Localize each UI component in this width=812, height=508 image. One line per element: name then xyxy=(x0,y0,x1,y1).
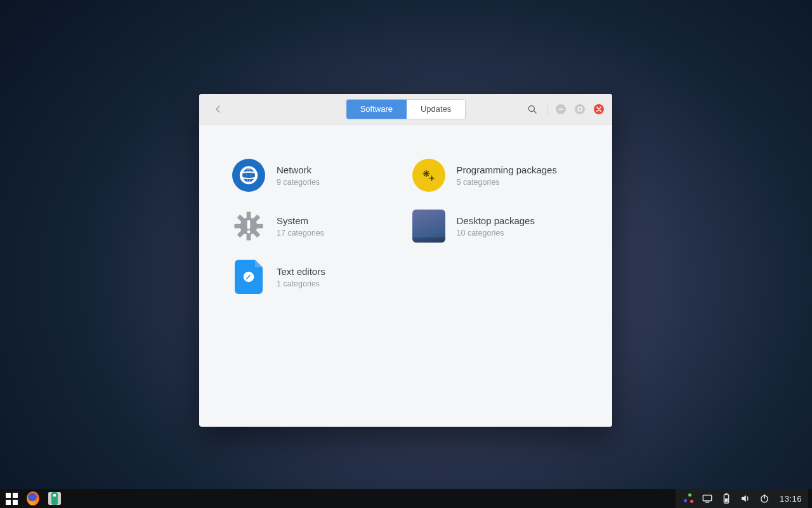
battery-icon xyxy=(722,493,731,504)
category-grid: Network 9 categories xyxy=(231,157,580,295)
category-system[interactable]: System 17 categories xyxy=(231,208,401,244)
volume-icon xyxy=(740,493,751,504)
svg-rect-19 xyxy=(247,212,251,219)
maximize-icon xyxy=(577,107,582,112)
clock[interactable]: 13:16 xyxy=(777,494,802,504)
svg-rect-15 xyxy=(431,180,432,181)
search-button[interactable] xyxy=(523,100,542,119)
svg-point-13 xyxy=(430,177,433,180)
category-programming[interactable]: Programming packages 5 categories xyxy=(411,157,581,193)
system-icon xyxy=(231,208,266,244)
taskbar: 13:16 xyxy=(0,489,812,508)
titlebar-right xyxy=(523,100,607,119)
arrow-left-icon xyxy=(213,104,224,115)
monitor-icon xyxy=(702,493,713,504)
category-title: Text editors xyxy=(277,266,325,277)
svg-rect-6 xyxy=(426,175,427,177)
firefox-launcher[interactable] xyxy=(27,492,39,505)
power-icon xyxy=(759,493,770,504)
category-desktop[interactable]: Desktop packages 10 categories xyxy=(411,208,581,244)
svg-rect-8 xyxy=(428,173,429,175)
svg-rect-21 xyxy=(235,224,242,229)
tab-software[interactable]: Software xyxy=(346,100,407,119)
svg-rect-5 xyxy=(426,170,427,172)
category-subtitle: 17 categories xyxy=(277,229,324,237)
svg-rect-7 xyxy=(422,173,424,175)
store-icon xyxy=(51,492,58,505)
svg-line-1 xyxy=(534,110,536,113)
applet-dots-icon xyxy=(683,493,694,504)
desktop-icon xyxy=(411,208,447,244)
maximize-button[interactable] xyxy=(575,104,585,114)
battery-tray[interactable] xyxy=(720,492,733,505)
close-button[interactable] xyxy=(594,104,604,114)
minimize-icon xyxy=(558,107,563,112)
svg-rect-22 xyxy=(256,224,263,229)
close-icon xyxy=(596,107,601,112)
software-center-window: Software Updates xyxy=(199,94,612,427)
svg-rect-16 xyxy=(429,178,430,178)
category-title: Desktop packages xyxy=(457,215,535,226)
category-subtitle: 9 categories xyxy=(277,178,320,187)
svg-point-28 xyxy=(247,231,251,234)
volume-tray[interactable] xyxy=(739,492,752,505)
svg-rect-3 xyxy=(578,107,582,111)
network-icon xyxy=(231,157,266,193)
titlebar: Software Updates xyxy=(199,94,612,124)
software-store-launcher[interactable] xyxy=(48,492,61,505)
back-button[interactable] xyxy=(208,99,228,119)
firefox-icon xyxy=(27,491,39,505)
category-subtitle: 1 categories xyxy=(277,279,325,288)
svg-rect-17 xyxy=(433,178,434,178)
category-title: System xyxy=(277,215,324,226)
tab-updates[interactable]: Updates xyxy=(407,100,465,119)
separator xyxy=(547,103,547,116)
svg-rect-30 xyxy=(703,495,712,501)
window-body: Network 9 categories xyxy=(199,124,612,307)
category-subtitle: 5 categories xyxy=(457,178,557,187)
view-switcher: Software Updates xyxy=(346,99,466,119)
svg-rect-33 xyxy=(725,493,728,495)
taskbar-left xyxy=(5,492,61,505)
category-title: Network xyxy=(277,164,320,175)
programming-icon xyxy=(411,157,447,193)
tray-applet[interactable] xyxy=(682,492,695,505)
category-title: Programming packages xyxy=(457,164,557,175)
taskbar-right-tray: 13:16 xyxy=(676,489,808,508)
svg-rect-27 xyxy=(247,220,251,229)
category-text-editors[interactable]: Text editors 1 categories xyxy=(231,259,401,295)
power-tray[interactable] xyxy=(758,492,771,505)
svg-rect-34 xyxy=(725,498,728,502)
minimize-button[interactable] xyxy=(556,104,566,114)
svg-rect-14 xyxy=(431,175,432,177)
category-subtitle: 10 categories xyxy=(457,229,535,237)
text-editors-icon xyxy=(231,259,266,295)
category-network[interactable]: Network 9 categories xyxy=(231,157,401,193)
search-icon xyxy=(527,104,538,115)
apps-grid-icon xyxy=(6,493,18,505)
apps-launcher[interactable] xyxy=(5,492,18,505)
network-tray[interactable] xyxy=(701,492,714,505)
svg-rect-20 xyxy=(247,233,251,240)
